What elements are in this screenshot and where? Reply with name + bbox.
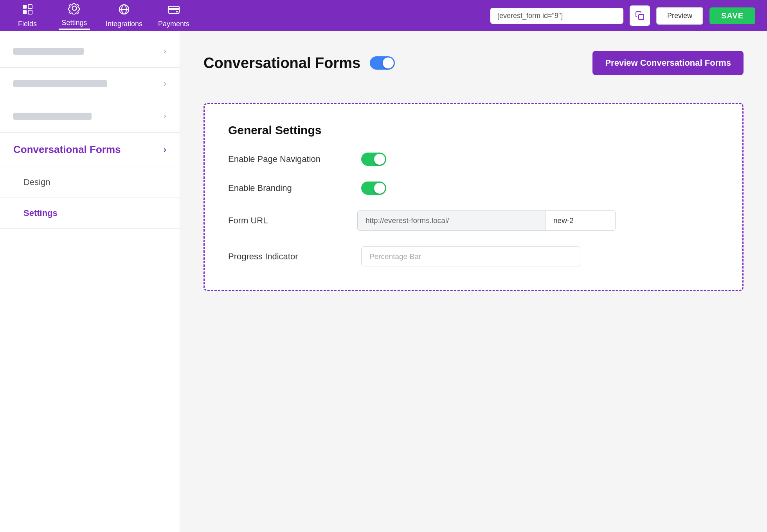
fields-icon — [21, 3, 34, 18]
chevron-icon-2: › — [164, 79, 166, 89]
copy-shortcode-button[interactable] — [630, 5, 650, 26]
navbar: Fields Settings Integrations Payments Pr… — [0, 0, 767, 31]
nav-settings[interactable]: Settings — [59, 2, 90, 30]
progress-indicator-label: Progress Indicator — [228, 252, 346, 262]
chevron-icon-3: › — [164, 111, 166, 121]
svg-rect-10 — [639, 14, 644, 20]
section-divider — [203, 87, 744, 87]
sidebar-item-design[interactable]: Design — [0, 167, 180, 198]
sidebar-item-settings[interactable]: Settings — [0, 198, 180, 229]
nav-fields[interactable]: Fields — [12, 3, 43, 28]
general-settings-box: General Settings Enable Page Navigation … — [203, 103, 744, 291]
svg-rect-8 — [168, 8, 179, 10]
sidebar-item-2[interactable]: › — [0, 68, 180, 100]
conversational-forms-toggle[interactable] — [370, 56, 395, 70]
conversational-forms-label: Conversational Forms — [13, 144, 121, 156]
settings-label: Settings — [23, 208, 58, 218]
settings-icon — [68, 2, 81, 16]
form-url-inputs — [357, 210, 616, 231]
section-title-group: Conversational Forms — [203, 55, 395, 72]
enable-branding-toggle[interactable] — [361, 182, 386, 195]
section-title: Conversational Forms — [203, 55, 360, 72]
enable-page-nav-label: Enable Page Navigation — [228, 154, 346, 164]
layout: › › › Conversational Forms › Design Sett… — [0, 31, 767, 532]
payments-label: Payments — [158, 20, 189, 28]
general-settings-heading: General Settings — [228, 124, 719, 137]
sidebar-bar-3 — [13, 113, 92, 120]
svg-rect-3 — [28, 10, 32, 14]
nav-payments[interactable]: Payments — [158, 3, 189, 28]
fields-label: Fields — [18, 20, 37, 28]
integrations-label: Integrations — [106, 20, 142, 28]
main-content: Conversational Forms Preview Conversatio… — [180, 31, 767, 532]
sidebar-item-conversational-forms[interactable]: Conversational Forms › — [0, 133, 180, 167]
chevron-icon-1: › — [164, 46, 166, 56]
navbar-right: Preview SAVE — [490, 5, 755, 26]
enable-branding-row: Enable Branding — [228, 182, 719, 195]
integrations-icon — [118, 3, 130, 18]
payments-icon — [167, 3, 180, 18]
sidebar-bar-1 — [13, 48, 84, 55]
nav-integrations[interactable]: Integrations — [106, 3, 142, 28]
design-label: Design — [23, 177, 50, 187]
save-button[interactable]: SAVE — [709, 7, 755, 24]
progress-indicator-row: Progress Indicator Percentage Bar — [228, 246, 719, 266]
svg-point-9 — [176, 11, 178, 13]
form-url-row: Form URL — [228, 210, 719, 231]
sidebar-item-1[interactable]: › — [0, 35, 180, 68]
sidebar: › › › Conversational Forms › Design Sett… — [0, 31, 180, 532]
settings-label: Settings — [61, 19, 87, 27]
svg-rect-0 — [23, 5, 27, 9]
form-url-label: Form URL — [228, 216, 346, 226]
preview-button[interactable]: Preview — [656, 7, 703, 25]
section-header: Conversational Forms Preview Conversatio… — [203, 51, 744, 75]
svg-rect-1 — [23, 10, 27, 14]
enable-page-nav-row: Enable Page Navigation — [228, 153, 719, 166]
enable-page-nav-toggle[interactable] — [361, 153, 386, 166]
progress-indicator-select[interactable]: Percentage Bar — [361, 246, 580, 266]
svg-rect-2 — [28, 5, 32, 9]
chevron-icon-conversational: › — [164, 145, 166, 155]
sidebar-item-3[interactable]: › — [0, 100, 180, 133]
preview-conversational-forms-button[interactable]: Preview Conversational Forms — [592, 51, 744, 75]
sidebar-bar-2 — [13, 80, 107, 87]
shortcode-input[interactable] — [490, 8, 623, 24]
form-url-slug-input[interactable] — [545, 210, 616, 231]
enable-branding-label: Enable Branding — [228, 183, 346, 193]
form-url-base-input[interactable] — [357, 210, 545, 231]
